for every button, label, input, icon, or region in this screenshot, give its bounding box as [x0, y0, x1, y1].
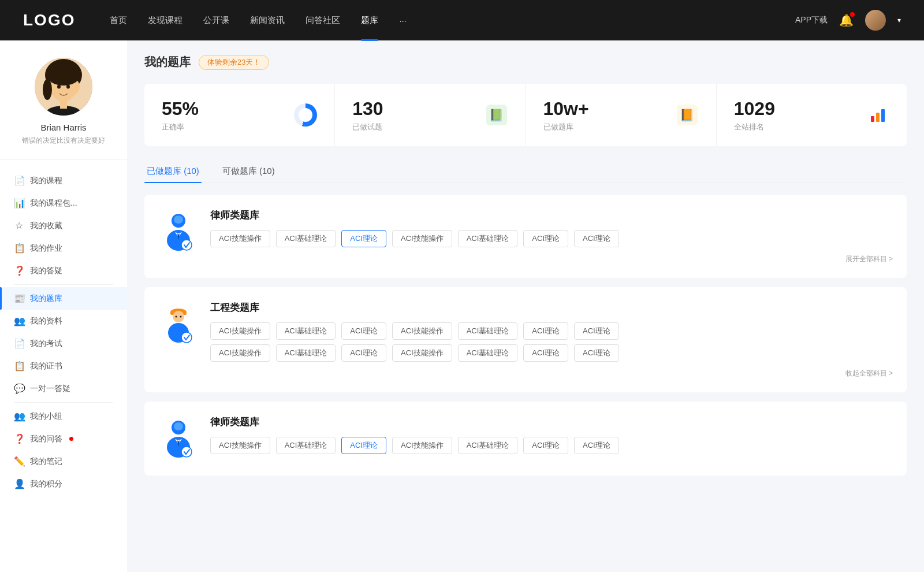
chart-red-icon: [867, 105, 888, 125]
eng-tag-6[interactable]: ACI理论: [574, 322, 619, 340]
tab-done[interactable]: 已做题库 (10): [144, 160, 202, 183]
favorites-icon: ☆: [14, 220, 24, 231]
svg-point-7: [43, 79, 52, 100]
eng2-tag-5[interactable]: ACI理论: [523, 344, 568, 362]
sidebar-item-exam[interactable]: 📄 我的考试: [0, 332, 127, 355]
qbank-card-lawyer1: 律师类题库 ACI技能操作 ACI基础理论 ACI理论 ACI技能操作 ACI基…: [144, 195, 907, 278]
law2-tag-1[interactable]: ACI基础理论: [276, 437, 336, 454]
tab-todo[interactable]: 可做题库 (10): [220, 160, 277, 183]
qbank-card-engineer1: 工程类题库 ACI技能操作 ACI基础理论 ACI理论 ACI技能操作 ACI基…: [144, 287, 907, 392]
navbar: LOGO 首页 发现课程 公开课 新闻资讯 问答社区 题库 ··· APP下载 …: [0, 0, 924, 40]
engineer1-tags-row1: ACI技能操作 ACI基础理论 ACI理论 ACI技能操作 ACI基础理论 AC…: [210, 322, 893, 340]
tag-3[interactable]: ACI技能操作: [392, 230, 452, 247]
tag-0[interactable]: ACI技能操作: [210, 230, 270, 247]
engineer1-content: 工程类题库 ACI技能操作 ACI基础理论 ACI理论 ACI技能操作 ACI基…: [210, 301, 893, 378]
eng2-tag-0[interactable]: ACI技能操作: [210, 344, 270, 362]
eng-tag-3[interactable]: ACI技能操作: [392, 322, 452, 340]
sidebar-label-packages: 我的课程包...: [30, 198, 77, 209]
expand-link-lawyer1[interactable]: 展开全部科目 >: [210, 252, 893, 264]
nav-qa[interactable]: 问答社区: [305, 15, 340, 26]
sidebar-item-points[interactable]: 👤 我的积分: [0, 473, 127, 495]
nav-more[interactable]: ···: [399, 16, 407, 25]
sidebar-item-notes[interactable]: ✏️ 我的笔记: [0, 450, 127, 473]
user-avatar-nav[interactable]: [865, 10, 886, 31]
nav-open-course[interactable]: 公开课: [203, 15, 229, 26]
tag-6[interactable]: ACI理论: [574, 230, 619, 247]
my-qa-icon: ❓: [14, 433, 24, 444]
eng-tag-2[interactable]: ACI理论: [341, 322, 386, 340]
svg-point-25: [181, 332, 192, 343]
stat-done-questions-label: 已做试题: [352, 122, 475, 132]
app-download-link[interactable]: APP下载: [795, 15, 828, 25]
stat-site-rank-value: 1029: [734, 98, 857, 120]
notification-bell[interactable]: 🔔: [839, 13, 854, 27]
sidebar-item-my-qa[interactable]: ❓ 我的问答: [0, 428, 127, 450]
my-bank-icon: 📰: [14, 293, 24, 304]
group-icon: 👥: [14, 411, 24, 422]
svg-point-27: [174, 422, 183, 430]
tabs-bar: 已做题库 (10) 可做题库 (10): [144, 160, 907, 183]
sidebar-item-cert[interactable]: 📋 我的证书: [0, 355, 127, 377]
sidebar-item-my-courses[interactable]: 📄 我的课程: [0, 169, 127, 192]
done-banks-icon: 📙: [676, 103, 699, 127]
law2-tag-5[interactable]: ACI理论: [523, 437, 568, 454]
stat-accuracy: 55% 正确率: [144, 84, 335, 146]
cert-icon: 📋: [14, 361, 24, 372]
accuracy-pie-icon: [294, 103, 317, 127]
sidebar-item-favorites[interactable]: ☆ 我的收藏: [0, 214, 127, 237]
law2-tag-0[interactable]: ACI技能操作: [210, 437, 270, 454]
eng2-tag-3[interactable]: ACI技能操作: [392, 344, 452, 362]
sidebar-label-notes: 我的笔记: [30, 456, 62, 467]
nav-question-bank[interactable]: 题库: [361, 15, 378, 26]
eng2-tag-1[interactable]: ACI基础理论: [276, 344, 336, 362]
nav-news[interactable]: 新闻资讯: [250, 15, 285, 26]
user-menu-chevron[interactable]: ▾: [897, 16, 901, 24]
lawyer2-content: 律师类题库 ACI技能操作 ACI基础理论 ACI理论 ACI技能操作 ACI基…: [210, 415, 893, 459]
sidebar-label-answering: 我的答疑: [30, 266, 62, 276]
nav-home[interactable]: 首页: [110, 15, 127, 26]
nav-discover[interactable]: 发现课程: [148, 15, 182, 26]
sidebar-item-packages[interactable]: 📊 我的课程包...: [0, 192, 127, 214]
tag-4[interactable]: ACI基础理论: [458, 230, 518, 247]
engineer1-icon: [158, 301, 199, 347]
user-name: Brian Harris: [12, 122, 116, 132]
book-orange-icon: 📙: [677, 105, 698, 125]
stat-site-rank-label: 全站排名: [734, 122, 857, 132]
stat-site-rank: 1029 全站排名: [717, 84, 907, 146]
engineer1-title: 工程类题库: [210, 301, 893, 314]
law2-tag-6[interactable]: ACI理论: [574, 437, 619, 454]
eng2-tag-6[interactable]: ACI理论: [574, 344, 619, 362]
eng2-tag-4[interactable]: ACI基础理论: [458, 344, 518, 362]
law2-tag-3[interactable]: ACI技能操作: [392, 437, 452, 454]
sidebar-item-group[interactable]: 👥 我的小组: [0, 405, 127, 428]
qa-notification-dot: [69, 437, 73, 441]
sidebar-item-one-on-one[interactable]: 💬 一对一答疑: [0, 377, 127, 400]
nav-menu: 首页 发现课程 公开课 新闻资讯 问答社区 题库 ···: [110, 15, 795, 26]
stat-accuracy-label: 正确率: [162, 122, 285, 132]
book-green-icon: 📗: [486, 105, 507, 125]
profile-icon: 👥: [14, 315, 24, 326]
logo[interactable]: LOGO: [23, 11, 75, 29]
sidebar-label-points: 我的积分: [30, 479, 62, 489]
sidebar-item-my-bank[interactable]: 📰 我的题库: [0, 287, 127, 310]
sidebar-item-answering[interactable]: ❓ 我的答疑: [0, 259, 127, 282]
eng-tag-0[interactable]: ACI技能操作: [210, 322, 270, 340]
law2-tag-2-active[interactable]: ACI理论: [341, 437, 386, 454]
notification-dot: [850, 12, 855, 17]
eng-tag-5[interactable]: ACI理论: [523, 322, 568, 340]
collapse-link-engineer1[interactable]: 收起全部科目 >: [210, 366, 893, 378]
eng2-tag-2[interactable]: ACI理论: [341, 344, 386, 362]
page-header: 我的题库 体验剩余23天！: [144, 54, 907, 70]
lawyer1-title: 律师类题库: [210, 209, 893, 222]
tag-2-active[interactable]: ACI理论: [341, 230, 386, 247]
eng-tag-1[interactable]: ACI基础理论: [276, 322, 336, 340]
law2-tag-4[interactable]: ACI基础理论: [458, 437, 518, 454]
main-layout: Brian Harris 错误的决定比没有决定要好 📄 我的课程 📊 我的课程包…: [0, 40, 924, 572]
tag-5[interactable]: ACI理论: [523, 230, 568, 247]
sidebar-item-homework[interactable]: 📋 我的作业: [0, 237, 127, 259]
sidebar-item-profile[interactable]: 👥 我的资料: [0, 310, 127, 332]
qbank-card-lawyer2: 律师类题库 ACI技能操作 ACI基础理论 ACI理论 ACI技能操作 ACI基…: [144, 402, 907, 476]
tag-1[interactable]: ACI基础理论: [276, 230, 336, 247]
eng-tag-4[interactable]: ACI基础理论: [458, 322, 518, 340]
stat-done-banks-value: 10w+: [543, 98, 666, 120]
